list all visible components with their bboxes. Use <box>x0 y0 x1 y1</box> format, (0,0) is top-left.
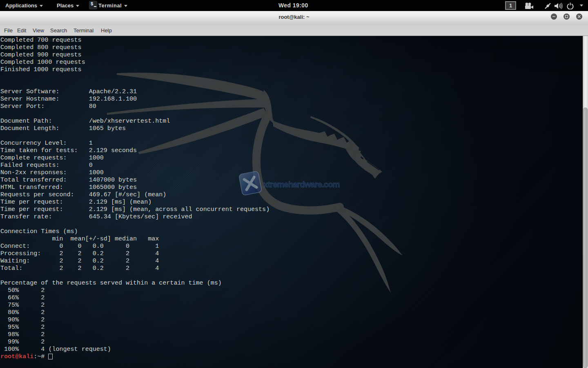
svg-text:xtremehardware.com: xtremehardware.com <box>263 180 339 189</box>
